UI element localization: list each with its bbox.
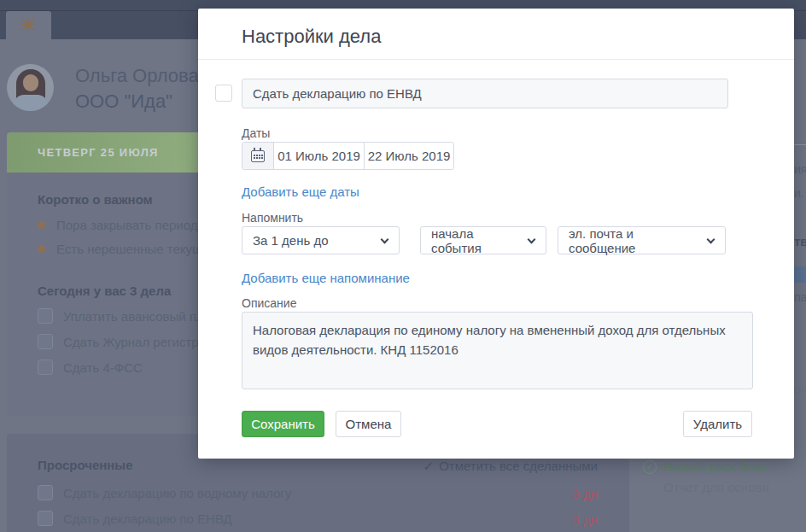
remind-channel-value: эл. почта и сообщение <box>569 226 699 255</box>
description-textarea[interactable]: Налоговая декларация по единому налогу н… <box>242 312 753 389</box>
chevron-down-icon <box>528 236 536 244</box>
important-item-text[interactable]: Есть нерешенные текущие <box>56 242 217 256</box>
today-task-row: Уплатить авансовый плат <box>38 308 217 324</box>
clipped-text-fragment: па <box>794 290 806 304</box>
start-date-field[interactable]: 01 Июль 2019 <box>274 143 364 169</box>
bullet-icon <box>38 245 45 253</box>
description-label: Описание <box>242 296 296 310</box>
remind-label: Напомнить <box>242 211 303 225</box>
avatar-shirt <box>14 95 48 111</box>
task-checkbox[interactable] <box>38 485 53 500</box>
overdue-task-row: Сдать декларацию по ЕНВД <box>38 511 232 526</box>
clipped-text-fragment: тв <box>794 234 806 248</box>
clipped-text-fragment: и. <box>794 186 804 200</box>
mark-all-label: Отметить все сделанными <box>439 459 598 473</box>
risk-status-text: Низкий риск блок <box>663 459 766 474</box>
avatar <box>7 64 54 111</box>
date-range-picker: 01 Июль 2019 22 Июль 2019 <box>242 142 454 170</box>
risk-status-row: ✓ Низкий риск блок <box>643 459 806 474</box>
calendar-button[interactable] <box>242 143 274 169</box>
clipped-text-fragment: оп <box>794 383 806 396</box>
task-settings-modal: Настройки дела Даты 01 Июль 2019 22 Июль… <box>198 9 794 459</box>
active-home-tab[interactable] <box>6 11 51 39</box>
overdue-days-badge: 3 дн <box>572 487 598 501</box>
sun-icon <box>20 17 36 32</box>
save-button[interactable]: Сохранить <box>242 411 324 437</box>
chevron-down-icon <box>381 236 389 244</box>
task-done-checkbox[interactable] <box>215 85 232 102</box>
modal-title-divider <box>198 59 794 60</box>
task-label[interactable]: Сдать декларацию по водному налогу <box>63 486 291 500</box>
check-icon: ✓ <box>423 459 435 473</box>
task-checkbox[interactable] <box>38 308 53 324</box>
clipped-text-fragment: ия <box>794 162 806 176</box>
task-checkbox[interactable] <box>38 511 53 526</box>
overdue-section-title: Просроченные <box>38 458 133 472</box>
add-reminder-link[interactable]: Добавить еще напоминание <box>242 271 410 285</box>
remind-when-value: За 1 день до <box>253 233 329 248</box>
task-checkbox[interactable] <box>38 334 53 349</box>
chevron-down-icon <box>707 236 715 244</box>
remind-when-select[interactable]: За 1 день до <box>242 226 400 254</box>
clipped-selected-row <box>794 266 806 283</box>
cancel-button[interactable]: Отмена <box>336 411 401 437</box>
today-section-title: Сегодня у вас 3 дела <box>38 284 171 298</box>
task-name-input[interactable] <box>242 79 728 108</box>
banner-date-label: ЧЕТВЕРГ 25 ИЮЛЯ <box>38 146 159 159</box>
avatar-face <box>23 74 38 91</box>
mark-all-done-link[interactable]: ✓Отметить все сделанными <box>423 459 598 474</box>
today-task-row: Сдать Журнал регистраци <box>38 334 220 349</box>
user-name: Ольга Орлова <box>75 65 199 87</box>
important-item: Пора закрывать период. С <box>38 218 214 232</box>
company-name: ООО "Ида" <box>75 91 172 113</box>
task-label[interactable]: Сдать Журнал регистраци <box>63 335 220 349</box>
remind-anchor-value: начала события <box>431 226 520 255</box>
important-item: Есть нерешенные текущие <box>38 242 217 256</box>
bullet-icon <box>38 221 45 229</box>
remind-channel-select[interactable]: эл. почта и сообщение <box>558 226 726 254</box>
overdue-days-badge: 3 дн <box>572 512 598 527</box>
important-item-text[interactable]: Пора закрывать период. С <box>56 218 214 232</box>
overdue-task-row: Сдать декларацию по водному налогу <box>38 485 291 500</box>
task-label[interactable]: Уплатить авансовый плат <box>63 309 217 324</box>
circle-check-icon: ✓ <box>643 460 657 474</box>
important-section-title: Коротко о важном <box>38 192 153 207</box>
report-subtext: Отчет для основн <box>663 480 769 494</box>
modal-title: Настройки дела <box>242 26 381 48</box>
end-date-field[interactable]: 22 Июль 2019 <box>364 143 453 169</box>
calendar-icon <box>251 150 265 162</box>
right-strip-divider <box>792 144 806 145</box>
task-label[interactable]: Сдать декларацию по ЕНВД <box>63 512 232 526</box>
task-checkbox[interactable] <box>38 360 53 375</box>
add-dates-link[interactable]: Добавить еще даты <box>242 184 359 199</box>
delete-button[interactable]: Удалить <box>683 411 752 437</box>
dates-label: Даты <box>242 126 270 140</box>
today-task-row: Сдать 4-ФСС <box>38 360 143 375</box>
task-label[interactable]: Сдать 4-ФСС <box>63 360 143 375</box>
remind-anchor-select[interactable]: начала события <box>420 226 546 254</box>
